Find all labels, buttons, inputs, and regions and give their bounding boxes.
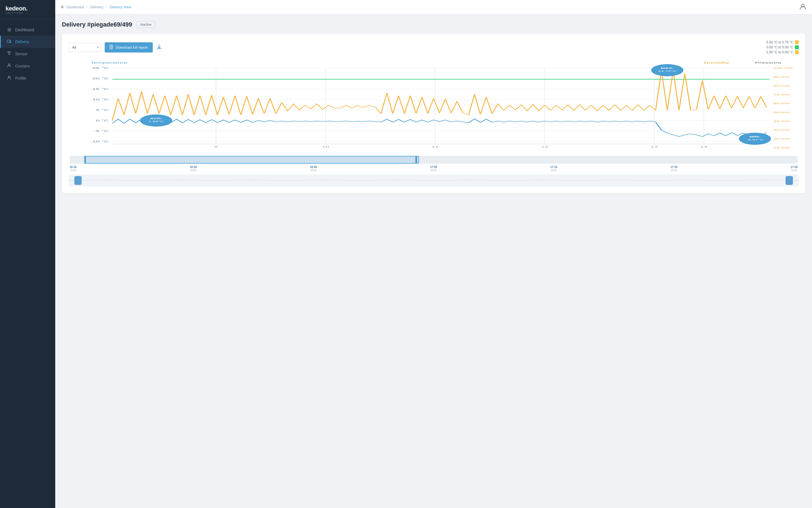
timeline-handle-left[interactable] [84, 156, 86, 164]
svg-text:80 h%: 80 h% [773, 85, 790, 87]
sidebar-item-profile[interactable]: Profile [0, 72, 55, 84]
svg-text:14: 14 [700, 145, 707, 148]
sidebar-item-delivery[interactable]: Delivery [0, 36, 55, 48]
svg-text:0 °C: 0 °C [96, 119, 109, 122]
svg-text:-10 °C: -10 °C [90, 140, 109, 143]
legend-label-2: -1.00 °C to 0.00 °C [765, 50, 793, 54]
legend-label-1: 0.00 °C to 5.00 °C [766, 45, 793, 49]
chart-container: Temperature Humidity Pressure 25 °C [68, 60, 799, 186]
svg-text:100 h%: 100 h% [773, 67, 793, 69]
main-content: ≡ Dashboard / Delivery / Delivery View D… [55, 0, 812, 508]
mini-chart-area [68, 174, 799, 186]
avg-value: 1.59°C [148, 120, 164, 122]
sidebar: kedeon. SOLUTIONS ⊞ Dashboard Delivery [0, 0, 55, 508]
sidebar-item-dashboard[interactable]: ⊞ Dashboard [0, 24, 55, 36]
download-report-button[interactable]: Download full report [105, 42, 153, 52]
page-title: Delivery #piegade69/499 [62, 21, 132, 28]
legend-dot-0 [795, 40, 799, 44]
time-label-5: 17:30 10:01 [670, 165, 677, 172]
svg-text:20 °C: 20 °C [92, 77, 109, 80]
time-label-4: 17:15 10:01 [550, 165, 557, 172]
time-axis: 16:26 10:01 16:30 10:01 16:45 10:01 17 [68, 164, 799, 172]
avg-label: AVG: [150, 117, 162, 119]
time-label-0: 16:26 10:01 [69, 165, 77, 172]
timeline-section: 16:26 10:01 16:30 10:01 16:45 10:01 17 [68, 155, 799, 186]
topbar-left: ≡ Dashboard / Delivery / Delivery View [61, 4, 131, 10]
topbar: ≡ Dashboard / Delivery / Delivery View [55, 0, 812, 14]
legend-item-2: -1.00 °C to 0.00 °C [765, 50, 799, 54]
breadcrumb-sep-1: / [87, 5, 88, 9]
breadcrumb-dashboard[interactable]: Dashboard [66, 5, 84, 9]
scroll-right-thumb[interactable] [785, 176, 793, 185]
mini-chart-svg [68, 174, 799, 186]
svg-point-1 [8, 42, 8, 43]
svg-text:9: 9 [214, 145, 218, 148]
sidebar-item-label-dashboard: Dashboard [15, 28, 34, 32]
delivery-icon [6, 39, 12, 44]
topbar-right [799, 3, 807, 12]
legend-dot-1 [795, 45, 799, 49]
max-label: MAX: [661, 67, 674, 69]
breadcrumb-sep-2: / [106, 5, 107, 9]
timeline-bar[interactable] [69, 156, 798, 164]
profile-icon [6, 76, 12, 81]
svg-point-3 [9, 53, 10, 54]
download-icon-button[interactable] [156, 44, 162, 51]
y-axis-temp-label: Temperature [90, 61, 127, 64]
sidebar-nav: ⊞ Dashboard Delivery [0, 19, 55, 508]
svg-text:90 h%: 90 h% [773, 76, 790, 78]
sidebar-item-sensor[interactable]: Sensor [0, 48, 55, 60]
filter-select[interactable]: All Temperature Humidity Pressure [68, 43, 101, 52]
filter-select-wrapper: All Temperature Humidity Pressure ▾ [68, 43, 101, 52]
legend-item-0: 5.00 °C to 5.75 °C [765, 40, 799, 44]
svg-text:13: 13 [651, 145, 658, 148]
y-axis-humidity-label: Humidity [704, 61, 729, 64]
time-label-1: 16:30 10:01 [190, 165, 197, 172]
svg-text:20 h%: 20 h% [773, 138, 790, 140]
logo-text: kedeon. [5, 5, 50, 12]
svg-text:10 h%: 10 h% [773, 146, 790, 149]
page-content: Delivery #piegade69/499 Inactive All Tem… [55, 14, 812, 508]
sensor-icon [6, 51, 12, 57]
time-label-3: 17:00 10:01 [430, 165, 437, 172]
download-report-label: Download full report [116, 45, 148, 49]
svg-text:11: 11 [431, 145, 439, 148]
download-doc-icon [110, 45, 113, 50]
svg-rect-8 [68, 60, 799, 154]
timeline-selection [84, 156, 419, 164]
svg-point-2 [10, 42, 10, 43]
chart-toolbar: All Temperature Humidity Pressure ▾ [68, 40, 799, 54]
dashboard-icon: ⊞ [6, 27, 12, 32]
svg-text:5 °C: 5 °C [96, 109, 109, 112]
scroll-left-thumb[interactable] [74, 176, 82, 185]
svg-text:25 °C: 25 °C [92, 67, 109, 69]
legend-dot-2 [795, 50, 799, 54]
breadcrumb-delivery-view: Delivery View [110, 5, 132, 9]
chart-toolbar-left: All Temperature Humidity Pressure ▾ [68, 42, 162, 52]
couriers-icon [6, 63, 12, 69]
svg-text:60 h%: 60 h% [773, 102, 790, 105]
timeline-handle-right[interactable] [415, 156, 417, 164]
svg-rect-0 [7, 40, 10, 42]
max-value: 23.72°C [658, 70, 677, 72]
chart-card: All Temperature Humidity Pressure ▾ [62, 34, 805, 193]
logo-area: kedeon. SOLUTIONS [0, 0, 55, 19]
legend-item-1: 0.00 °C to 5.00 °C [765, 45, 799, 49]
svg-text:70 h%: 70 h% [773, 93, 790, 96]
sidebar-item-couriers[interactable]: Couriers [0, 60, 55, 72]
svg-point-4 [8, 64, 10, 66]
svg-point-5 [8, 76, 10, 78]
breadcrumb-delivery[interactable]: Delivery [90, 5, 103, 9]
menu-toggle-button[interactable]: ≡ [61, 4, 64, 10]
svg-text:10: 10 [322, 145, 329, 148]
page-header: Delivery #piegade69/499 Inactive [62, 21, 805, 28]
legend-label-0: 5.00 °C to 5.75 °C [766, 40, 793, 44]
svg-text:30 h%: 30 h% [773, 129, 790, 131]
sidebar-item-label-delivery: Delivery [15, 40, 29, 44]
main-chart-svg: Temperature Humidity Pressure 25 °C [68, 60, 799, 154]
user-avatar-icon[interactable] [799, 4, 807, 11]
breadcrumb: Dashboard / Delivery / Delivery View [66, 5, 132, 9]
svg-text:-5 °C: -5 °C [94, 130, 108, 132]
sidebar-item-label-sensor: Sensor [15, 52, 27, 56]
sidebar-item-label-couriers: Couriers [15, 64, 30, 68]
